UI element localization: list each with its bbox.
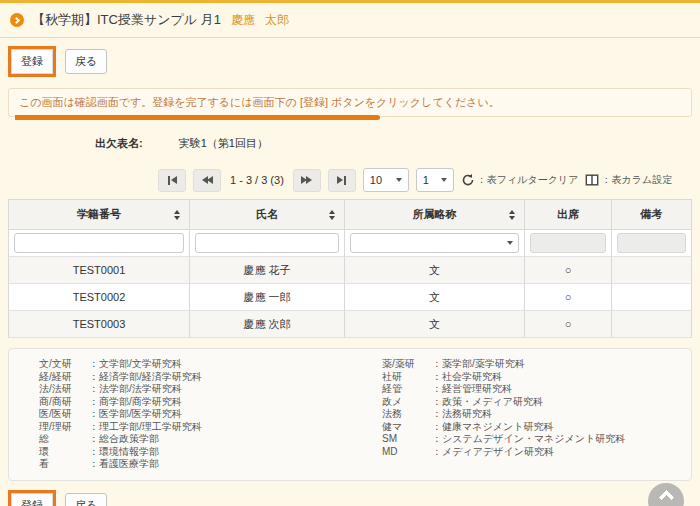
cell-note (612, 284, 692, 311)
back-button-bottom[interactable]: 戻る (65, 493, 107, 506)
bottom-toolbar: 登録 戻る (0, 481, 700, 506)
cell-attendance: ○ (525, 284, 612, 311)
legend-item: 政メ ：政策・メディア研究科 (382, 396, 681, 409)
legend-item: 看 ：看護医療学部 (39, 458, 360, 471)
cell-note (612, 311, 692, 338)
legend-item: 商/商研 ：商学部/商学研究科 (39, 396, 360, 409)
register-button-bottom[interactable]: 登録 (11, 493, 53, 506)
header-name[interactable]: 氏名 (190, 200, 345, 230)
page-size-value: 10 (370, 174, 382, 186)
cell-student-id: TEST0002 (8, 284, 190, 311)
header-student-id[interactable]: 学籍番号 (8, 200, 190, 230)
register-highlight-box: 登録 (8, 46, 56, 77)
table-row: TEST0001 慶應 花子 文 ○ (8, 257, 692, 284)
cell-name: 慶應 一郎 (190, 284, 345, 311)
cell-student-id: TEST0001 (8, 257, 190, 284)
department-filter-select[interactable] (350, 233, 519, 253)
legend-item: 薬/薬研 ：薬学部/薬学研究科 (382, 358, 681, 371)
pagination-bar: 1 - 3 / 3 (3) 10 1 ：表フィルタークリア ：表カラム設定 (158, 168, 700, 192)
notice-underline-annotation (15, 115, 380, 120)
cell-name: 慶應 次郎 (190, 311, 345, 338)
attendance-sheet-label: 出欠表名: (95, 136, 143, 151)
table-row: TEST0003 慶應 次郎 文 ○ (8, 311, 692, 338)
legend-right-column: 薬/薬研 ：薬学部/薬学研究科 社研 ：社会学研究科 経管 ：経営管理研究科 政… (360, 358, 681, 471)
user-firstname-link[interactable]: 太郎 (265, 12, 289, 29)
legend-item: 経/経研 ：経済学部/経済学研究科 (39, 371, 360, 384)
user-lastname-link[interactable]: 慶應 (231, 12, 255, 29)
cell-department: 文 (345, 311, 525, 338)
cell-attendance: ○ (525, 311, 612, 338)
sort-icon[interactable] (509, 210, 515, 220)
last-page-button[interactable] (328, 169, 356, 192)
next-page-button[interactable] (293, 169, 321, 192)
cell-name: 慶應 花子 (190, 257, 345, 284)
cell-department: 文 (345, 257, 525, 284)
chevron-down-icon (507, 241, 513, 245)
page-header: 【秋学期】ITC授業サンプル 月1 慶應 太郎 (0, 3, 700, 38)
breadcrumb-arrow-icon (10, 13, 24, 27)
chevron-down-icon (396, 178, 402, 182)
cell-student-id: TEST0003 (8, 311, 190, 338)
faculty-abbreviation-legend: 文/文研 ：文学部/文学研究科 経/経研 ：経済学部/経済学研究科 法/法研 ：… (8, 348, 692, 481)
attendance-table: 学籍番号 氏名 所属略称 出席 備考 TEST0001 慶應 花子 (8, 199, 692, 338)
cell-note (612, 257, 692, 284)
cell-department: 文 (345, 284, 525, 311)
sort-icon[interactable] (329, 210, 335, 220)
legend-item: 健マ ：健康マネジメント研究科 (382, 421, 681, 434)
page-title: 【秋学期】ITC授業サンプル 月1 (32, 11, 221, 29)
attendance-filter-input (530, 233, 606, 253)
legend-item: MD ：メディアデザイン研究科 (382, 446, 681, 459)
attendance-sheet-value: 実験1（第1回目） (179, 136, 268, 151)
pagination-range-text: 1 - 3 / 3 (3) (230, 174, 284, 186)
page-number-select[interactable]: 1 (416, 168, 454, 192)
legend-item: 法/法研 ：法学部/法学研究科 (39, 383, 360, 396)
header-department[interactable]: 所属略称 (345, 200, 525, 230)
top-toolbar: 登録 戻る (0, 38, 700, 81)
back-button-top[interactable]: 戻る (65, 49, 107, 74)
filter-clear-label: ：表フィルタークリア (477, 173, 579, 187)
legend-item: 総 ：総合政策学部 (39, 433, 360, 446)
legend-item: 文/文研 ：文学部/文学研究科 (39, 358, 360, 371)
attendance-sheet-row: 出欠表名: 実験1（第1回目） (95, 136, 700, 151)
confirmation-notice: この画面は確認画面です。登録を完了するには画面下の [登録] ボタンをクリックし… (8, 88, 692, 117)
table-filter-row (8, 230, 692, 257)
legend-item: 社研 ：社会学研究科 (382, 371, 681, 384)
sort-icon[interactable] (174, 210, 180, 220)
table-row: TEST0002 慶應 一郎 文 ○ (8, 284, 692, 311)
page-size-select[interactable]: 10 (363, 168, 409, 192)
legend-item: 法務 ：法務研究科 (382, 408, 681, 421)
header-note: 備考 (612, 200, 692, 230)
page-number-value: 1 (423, 174, 429, 186)
table-header-row: 学籍番号 氏名 所属略称 出席 備考 (8, 200, 692, 230)
legend-item: 医/医研 ：医学部/医学研究科 (39, 408, 360, 421)
register-highlight-box: 登録 (8, 490, 56, 506)
column-settings-icon[interactable] (585, 173, 599, 187)
cell-attendance: ○ (525, 257, 612, 284)
table-body: TEST0001 慶應 花子 文 ○ TEST0002 慶應 一郎 文 ○ TE… (8, 257, 692, 338)
register-button-top[interactable]: 登録 (11, 49, 53, 74)
chevron-down-icon (441, 178, 447, 182)
previous-page-button[interactable] (193, 169, 221, 192)
header-attendance: 出席 (525, 200, 612, 230)
legend-left-column: 文/文研 ：文学部/文学研究科 経/経研 ：経済学部/経済学研究科 法/法研 ：… (39, 358, 360, 471)
student-id-filter-input[interactable] (14, 233, 184, 253)
legend-item: SM ：システムデザイン・マネジメント研究科 (382, 433, 681, 446)
notice-area: この画面は確認画面です。登録を完了するには画面下の [登録] ボタンをクリックし… (8, 88, 692, 117)
chevron-up-icon (658, 490, 674, 506)
first-page-button[interactable] (158, 169, 186, 192)
column-settings-label: ：表カラム設定 (601, 173, 672, 187)
name-filter-input[interactable] (195, 233, 339, 253)
filter-clear-refresh-icon[interactable] (461, 173, 475, 187)
legend-item: 理/理研 ：理工学部/理工学研究科 (39, 421, 360, 434)
note-filter-input (617, 233, 686, 253)
legend-item: 環 ：環境情報学部 (39, 446, 360, 459)
legend-item: 経管 ：経営管理研究科 (382, 383, 681, 396)
